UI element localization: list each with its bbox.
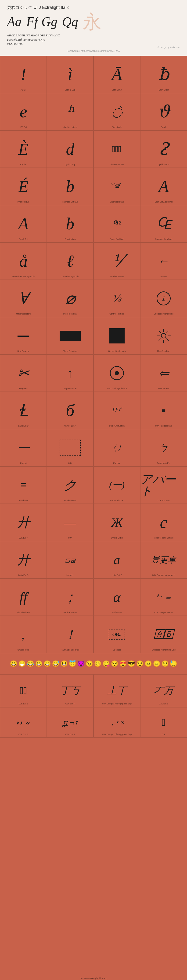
last-row: 𐎀« CJK Ext G 𐎁¬𐎂 CJK Ext F 𐄀𐄁𐄂 CJK Compa… xyxy=(0,707,187,738)
cell-phonetic-ext-sup: b Phonetic Ext Sup xyxy=(47,168,94,205)
glyph-diac-sup: ᷱ᪤ᷰ xyxy=(94,168,140,205)
svg-line-5 xyxy=(159,331,161,333)
emoticon-glyph: 😋 xyxy=(102,660,110,667)
glyph-em-dash: — xyxy=(47,504,93,541)
emoticon-glyph: 😂 xyxy=(27,660,34,667)
cell-cjk-compat: アパート CJK Compat xyxy=(140,466,187,504)
glyph-last-1: 𐎀« xyxy=(0,708,46,737)
label-enclosed-cjk: Enclosed CJK xyxy=(94,500,140,502)
glyph-cyrillic-ext-c: ᴤ xyxy=(141,130,187,167)
cell-control-pictures: ⅓ Control Pictures xyxy=(94,280,140,317)
cell-cjk-ext-e-1: 𠀀𠀁 CJK Ext E xyxy=(0,675,47,707)
glyph-diac-ext: ᷂᷀᷁ xyxy=(94,130,140,167)
glyph-i-grave: ì xyxy=(47,56,93,93)
glyph-qq: Qq xyxy=(62,15,78,29)
cell-cyrillic-ext-c: ᴤ Cyrillic Ext C xyxy=(140,130,187,168)
emoticon-glyph: 😐 xyxy=(144,660,152,667)
glyph-cjk-radical: ≡ xyxy=(141,392,187,429)
glyph-kayah: ꤀꤁ xyxy=(47,541,93,578)
cell-latin-ext-a: Ā Latin Ext A xyxy=(94,56,140,93)
cell-vertical-forms: ； Vertical Forms xyxy=(47,578,94,616)
label-last-4: CJK xyxy=(141,733,187,735)
glyph-exclaim: ! xyxy=(0,56,46,93)
lowercase-alphabet: abcdefghijklmnopqrstuvwxyz xyxy=(7,38,180,41)
cell-sup-arrows-b: ↑ Sup Arrows B xyxy=(47,355,94,392)
glyph-alpha: α xyxy=(94,579,140,616)
label-cjk-ext-a: CJK Ext A xyxy=(0,537,46,539)
cell-diacriticals-sup: ᷱ᪤ᷰ Diacriticals Sup xyxy=(94,168,140,205)
label-cjk-compat-ideographs: CJK Compat Ideographs xyxy=(141,574,187,576)
label-super-sub: Super And Sub xyxy=(94,238,140,240)
cell-misc-technical: ⌀ Misc Technical xyxy=(47,280,94,317)
label-half-marks: Half Marks xyxy=(94,611,140,614)
design-credit: © Design by fontke.com xyxy=(7,46,180,49)
label-misc-technical: Misc Technical xyxy=(47,313,93,315)
font-source: Font Source: http://www.fontke.com/font/… xyxy=(7,50,180,52)
glyph-last-4: 𠀀 xyxy=(141,708,187,737)
cell-enclosed-alphanums-sup: 🄰🄱 Enclosed Alphanums Sup xyxy=(140,616,187,653)
glyph-forall: ∀ xyxy=(0,280,46,317)
label-cjk-compat-forms: CJK Compat Forms xyxy=(141,611,187,614)
cell-diacriticals-ext: ᷂᷀᷁ Diacriticals Ext xyxy=(94,130,140,168)
cell-cyrillic-sup: d Cyrillic Sup xyxy=(47,130,94,168)
label-cjk-ext-f: CJK Ext F xyxy=(47,703,93,705)
label-cjk-compat-hier: CJK Compat Hieroglyphics Sup xyxy=(94,703,140,705)
glyph-b-punct: b xyxy=(47,205,93,242)
glyph-arrow-up: ↑ xyxy=(47,355,93,391)
cell-arrows: ← Arrows xyxy=(140,242,187,280)
glyph-gg: Gg xyxy=(42,15,57,29)
label-punctuation: Punctuation xyxy=(47,238,93,240)
emoticon-glyph: 😏 xyxy=(136,660,144,667)
label-bopomofo: Bopomofo Ext xyxy=(141,462,187,465)
glyph-ff: Ff xyxy=(26,15,38,29)
cell-enclosed-cjk: (一) Enclosed CJK xyxy=(94,466,140,504)
glyph-ff-ligature: ff xyxy=(0,579,46,616)
glyph-cjk-e-1: 𠀀𠀁 xyxy=(0,675,46,707)
glyph-semicolon-vert: ； xyxy=(47,579,93,616)
label-latin-ext-e: Latin Ext E xyxy=(94,574,140,576)
glyph-cjk-compat-hier: 丄丅 xyxy=(94,675,140,707)
glyph-fullwidth-exclaim: ！ xyxy=(47,616,93,653)
glyph-bstroke: ƀ xyxy=(141,56,187,93)
glyph-enclosed-cjk: (一) xyxy=(94,467,140,504)
glyph-latin-ext-e: a xyxy=(94,541,140,578)
cell-latin-ext-additional: A Latin Ext Additional xyxy=(140,168,187,205)
emoticon-glyph: 😉 xyxy=(86,660,93,667)
cell-kangxi: ⼀ Kangxi xyxy=(0,429,47,466)
label-box-drawing: Box Drawing xyxy=(0,350,46,352)
glyph-b-phonetic: b xyxy=(47,168,93,205)
cell-letterlike: ℓ Letterlike Symbols xyxy=(47,242,94,280)
glyph-kangxi: ⼀ xyxy=(0,430,46,466)
emoticon-glyph: 😑 xyxy=(153,660,160,667)
cell-enclosed-alphanums: 1 Enclosed Alphanums xyxy=(140,280,187,317)
label-alphabetic-pf: Alphabetic PF xyxy=(0,611,46,614)
glyph-a-ring: å xyxy=(0,243,46,280)
glyph-katakana-ku: ク xyxy=(47,467,93,504)
glyph-modifier-tone: c xyxy=(141,504,187,541)
cell-latin1sup: ì Latin 1 Sup xyxy=(47,56,94,93)
cell-currency: ₠ Currency Symbols xyxy=(140,205,187,242)
label-kanbun: Kanbun xyxy=(94,462,140,465)
glyph-grid: ! ASCII ì Latin 1 Sup Ā Latin Ext A ƀ La… xyxy=(0,56,187,653)
label-diacriticals: Diacriticals xyxy=(94,126,140,128)
glyph-a-greek-ext: A xyxy=(0,205,46,242)
cell-misc-math-b: Misc Math Symbols B xyxy=(94,355,140,392)
svg-line-6 xyxy=(166,339,169,340)
glyph-a-latin-add: A xyxy=(141,168,187,205)
cell-cyrillic-ext-a: б Cyrillic Ext A xyxy=(47,392,94,429)
cell-cjk-compat-hier: 丄丅 CJK Compat Hieroglyphics Sup xyxy=(94,675,140,707)
glyph-amacron: Ā xyxy=(94,56,140,93)
label-misc-math-b: Misc Math Symbols B xyxy=(94,387,140,390)
cell-specials: OBJ Specials xyxy=(94,616,140,653)
label-diacriticals-ext: Diacriticals Ext xyxy=(94,163,140,165)
label-latin-ext-additional: Latin Ext Additional xyxy=(141,200,187,203)
label-cyrillic-ext-b: Cyrillic Ext B xyxy=(94,537,140,539)
glyph-vulgar-frac: ⅟ xyxy=(94,243,140,280)
cell-latin-ext-d: 廾 Latin Ext D xyxy=(0,541,47,578)
label-diacriticals-sup: Diacriticals Sup xyxy=(94,200,140,203)
label-math-operators: Math Operators xyxy=(0,313,46,315)
cell-last-4: 𠀀 CJK xyxy=(140,707,187,738)
cell-super-sub: ⁰¹² Super And Sub xyxy=(94,205,140,242)
emoticon-glyph: 😁 xyxy=(18,660,26,667)
cell-cyrillic-ext-b: Ж Cyrillic Ext B xyxy=(94,504,140,541)
